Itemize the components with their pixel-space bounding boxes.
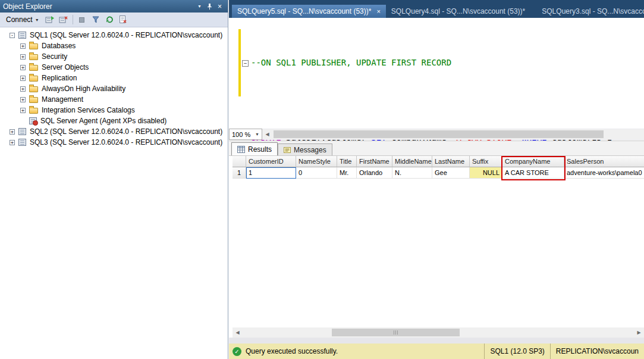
expander-icon[interactable]: +	[20, 54, 26, 60]
connect-button[interactable]: Connect ▼	[3, 14, 42, 25]
folder-icon	[29, 76, 38, 82]
server-icon	[18, 139, 26, 146]
pane-splitter[interactable]	[229, 338, 644, 344]
pin-icon-glyph	[206, 3, 213, 10]
cell-namestyle[interactable]: 0	[296, 167, 337, 179]
tree-item-sql3[interactable]: + SQL3 (SQL Server 12.0.6024.0 - REPLICA…	[0, 137, 228, 148]
zoom-value: 100 %	[232, 131, 250, 138]
column-header-suffix[interactable]: Suffix	[470, 156, 502, 167]
close-icon[interactable]: ×	[215, 2, 225, 11]
chevron-down-icon: ▼	[35, 18, 39, 22]
scrollbar-track[interactable]	[243, 327, 634, 338]
scroll-left-arrow[interactable]: ◀	[233, 327, 243, 338]
tree-item-sql-agent[interactable]: SQL Server Agent (Agent XPs disabled)	[0, 115, 228, 126]
object-explorer-titlebar: Object Explorer ▼ ×	[0, 0, 228, 13]
tree-item-integration-services[interactable]: + Integration Services Catalogs	[0, 105, 228, 115]
expander-icon[interactable]: +	[20, 97, 26, 102]
script-icon[interactable]	[117, 14, 129, 26]
cell-companyname[interactable]: A CAR STORE	[502, 167, 564, 179]
refresh-icon[interactable]	[103, 14, 115, 26]
sql-agent-icon	[29, 117, 37, 124]
cell-salesperson[interactable]: adventure-works\pamela0	[564, 167, 644, 179]
stop-icon[interactable]	[76, 14, 88, 26]
results-grid-icon	[237, 146, 245, 153]
folder-icon	[29, 43, 38, 49]
expander-icon[interactable]: +	[20, 76, 26, 81]
query-window: SQLQuery5.sql - SQ...N\svcaccount (53))*…	[229, 0, 644, 359]
row-header-cell[interactable]: 1	[233, 167, 246, 179]
grid-header-row: CustomerID NameStyle Title FirstName Mid…	[233, 156, 644, 167]
column-header-firstname[interactable]: FirstName	[357, 156, 392, 167]
column-header-namestyle[interactable]: NameStyle	[296, 156, 337, 167]
window-position-icon[interactable]: ▼	[194, 2, 205, 11]
tree-item-label: SQL3 (SQL Server 12.0.6024.0 - REPLICATI…	[30, 138, 222, 146]
expander-icon[interactable]: -	[10, 33, 15, 38]
code-line	[251, 94, 612, 107]
expander-icon[interactable]: +	[20, 43, 26, 49]
filter-icon[interactable]	[90, 14, 102, 26]
object-explorer-toolbar: Connect ▼	[0, 13, 228, 27]
zoom-dropdown[interactable]: 100 % ▼	[229, 129, 262, 140]
cell-middlename[interactable]: N.	[392, 167, 432, 179]
connect-server-icon[interactable]	[44, 14, 56, 26]
scroll-left-arrow[interactable]: ◀	[262, 129, 272, 139]
scrollbar-thumb[interactable]	[332, 329, 460, 336]
expander-icon[interactable]: +	[20, 65, 26, 70]
column-header-companyname[interactable]: CompanyName	[502, 156, 564, 167]
tree-item-security[interactable]: + Security	[0, 51, 228, 62]
code-token: --ON SQL1 PUBLISHER, UPDATE FIRST RECORD	[251, 58, 451, 67]
cell-title[interactable]: Mr.	[337, 167, 357, 179]
scroll-right-arrow[interactable]: ▶	[634, 327, 644, 338]
expander-icon[interactable]: +	[20, 86, 26, 92]
tree-item-server-objects[interactable]: + Server Objects	[0, 62, 228, 73]
tab-sqlquery5[interactable]: SQLQuery5.sql - SQ...N\svcaccount (53))*…	[232, 5, 386, 18]
object-explorer-tree: - SQL1 (SQL Server 12.0.6024.0 - REPLICA…	[0, 27, 228, 148]
expander-icon[interactable]: +	[10, 140, 15, 145]
tree-item-databases[interactable]: + Databases	[0, 40, 228, 51]
folder-icon	[29, 65, 38, 71]
tree-item-alwayson[interactable]: + AlwaysOn High Availability	[0, 83, 228, 94]
status-bar: ✓ Query executed successfully. SQL1 (12.…	[229, 344, 644, 359]
panel-title: Object Explorer	[3, 2, 52, 11]
column-header-customerid[interactable]: CustomerID	[246, 156, 296, 167]
editor-hscrollbar[interactable]	[272, 129, 644, 139]
tree-item-management[interactable]: + Management	[0, 94, 228, 105]
column-header-lastname[interactable]: LastName	[432, 156, 470, 167]
tab-messages[interactable]: Messages	[278, 143, 332, 155]
tab-sqlquery4[interactable]: SQLQuery4.sql - SQ...N\svcaccount (53))*	[386, 5, 530, 18]
tree-item-label: Replication	[42, 74, 77, 82]
column-header-title[interactable]: Title	[337, 156, 357, 167]
tree-item-replication[interactable]: + Replication	[0, 73, 228, 83]
tree-item-label: SQL1 (SQL Server 12.0.6024.0 - REPLICATI…	[30, 31, 222, 39]
cell-lastname[interactable]: Gee	[432, 167, 470, 179]
tab-label: SQLQuery4.sql - SQ...N\svcaccount (53))*	[391, 7, 525, 15]
close-icon[interactable]: ×	[376, 8, 380, 15]
cell-firstname[interactable]: Orlando	[357, 167, 392, 179]
folder-icon	[29, 97, 38, 103]
expander-icon[interactable]: +	[20, 108, 26, 113]
status-message: Query executed successfully.	[246, 347, 338, 355]
tab-results[interactable]: Results	[231, 142, 278, 155]
server-icon	[18, 128, 26, 135]
column-header-middlename[interactable]: MiddleName	[392, 156, 432, 167]
tree-item-sql2[interactable]: + SQL2 (SQL Server 12.0.6024.0 - REPLICA…	[0, 126, 228, 137]
code-line: --ON SQL1 PUBLISHER, UPDATE FIRST RECORD	[251, 57, 612, 69]
grid-corner-cell[interactable]	[233, 156, 246, 167]
disconnect-server-icon[interactable]	[58, 14, 70, 26]
code-editor[interactable]: − --ON SQL1 PUBLISHER, UPDATE FIRST RECO…	[229, 18, 644, 129]
outline-collapse-icon[interactable]: −	[242, 60, 249, 67]
column-header-salesperson[interactable]: SalesPerson	[564, 156, 644, 167]
scrollbar-thumb[interactable]	[274, 130, 604, 138]
pin-icon[interactable]	[205, 2, 215, 11]
tab-sqlquery3[interactable]: SQLQuery3.sql - SQ...N\svcaccount (	[536, 5, 644, 18]
cell-customerid[interactable]: 1	[246, 167, 296, 179]
tree-item-label: AlwaysOn High Availability	[42, 85, 125, 93]
cell-suffix-null[interactable]: NULL	[470, 167, 502, 179]
tree-item-sql1[interactable]: - SQL1 (SQL Server 12.0.6024.0 - REPLICA…	[0, 30, 228, 40]
folder-icon	[29, 108, 38, 114]
tab-label: SQLQuery3.sql - SQ...N\svcaccount (	[542, 7, 644, 15]
expander-icon[interactable]: +	[10, 129, 15, 135]
document-tab-bar: SQLQuery5.sql - SQ...N\svcaccount (53))*…	[229, 0, 644, 18]
tree-item-label: SQL Server Agent (Agent XPs disabled)	[40, 117, 167, 125]
object-explorer-panel: Object Explorer ▼ × Connect ▼	[0, 0, 228, 359]
